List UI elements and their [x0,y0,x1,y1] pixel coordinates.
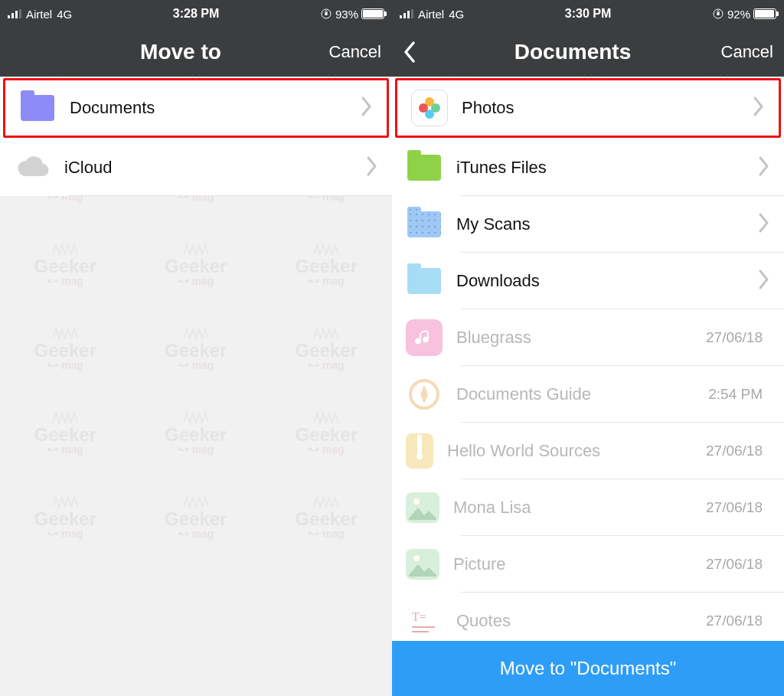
list: PhotosiTunes FilesMy ScansDownloadsBlueg… [392,77,784,696]
list-item[interactable]: My Scans [392,196,784,253]
signal-icon [8,9,21,18]
list-item-label: Photos [462,98,753,118]
folder-purple-icon [19,90,56,126]
list-item[interactable]: Downloads [392,253,784,309]
cancel-button[interactable]: Cancel [712,42,773,62]
list-item-label: Mona Lisa [453,498,706,518]
svg-point-12 [413,555,420,561]
list-item: Hello World Sources27/06/18 [392,423,784,479]
cloud-icon [14,149,51,186]
music-pink-icon [406,319,443,356]
folder-blue-dotted-icon [406,206,443,243]
list-item-label: Documents Guide [456,384,708,404]
orientation-lock-icon [320,8,332,20]
svg-point-11 [413,498,420,505]
back-button[interactable] [403,41,433,64]
chevron-right-icon [366,155,378,180]
status-time: 3:30 PM [464,7,712,21]
list-item[interactable]: Photos [395,78,781,138]
list-item-label: Quotes [456,611,706,631]
nav-title: Move to [41,40,320,64]
network-label: 4G [449,8,464,21]
svg-rect-9 [417,435,422,453]
signal-icon [400,9,413,18]
battery-icon [753,8,776,19]
list-item-label: My Scans [456,214,758,234]
folder-lightblue-icon [406,263,443,299]
list: DocumentsiCloud [0,77,392,696]
list-item-meta: 27/06/18 [706,329,763,346]
chevron-left-icon [403,41,416,64]
status-time: 3:28 PM [72,7,320,21]
battery-icon [361,8,384,19]
list-item-label: Downloads [456,271,758,291]
svg-rect-3 [717,12,719,15]
list-item: Bluegrass27/06/18 [392,309,784,366]
list-item-meta: 2:54 PM [708,386,763,403]
image-icon [406,492,439,523]
phone-right: Geeker•-• magGeeker•-• magGeeker•-• magG… [392,0,784,696]
list-item-meta: 27/06/18 [706,443,763,459]
chevron-right-icon [361,96,373,120]
chevron-right-icon [758,212,770,237]
cancel-button[interactable]: Cancel [320,42,381,62]
phone-left: Geeker•-• magGeeker•-• magGeeker•-• magG… [0,0,392,696]
list-item: Mona Lisa27/06/18 [392,479,784,536]
photos-icon [411,90,448,126]
status-bar: Airtel 4G 3:30 PM 92% [392,0,784,28]
list-item: Picture27/06/18 [392,536,784,593]
list-item-label: Picture [453,554,706,574]
list-item-label: Bluegrass [456,328,706,348]
list-item: Documents Guide2:54 PM [392,366,784,423]
list-item-meta: 27/06/18 [706,613,763,629]
chevron-right-icon [753,96,765,120]
svg-point-10 [416,453,423,459]
list-item-meta: 27/06/18 [706,499,763,516]
carrier-label: Airtel [418,8,444,21]
chevron-right-icon [758,155,770,180]
folder-green-icon [406,149,443,186]
list-item[interactable]: Documents [3,78,389,138]
chevron-right-icon [758,269,770,293]
network-label: 4G [57,8,72,21]
svg-text:T=: T= [412,610,426,623]
move-action-button[interactable]: Move to "Documents" [392,641,784,696]
carrier-label: Airtel [26,8,52,21]
list-item-label: Documents [70,98,361,118]
zip-yellow-icon [406,433,433,469]
list-item-label: iTunes Files [456,158,758,178]
nav-bar: Documents Cancel [392,28,784,77]
battery-percent: 92% [727,8,750,21]
nav-title: Documents [433,40,712,64]
battery-percent: 93% [335,8,358,21]
list-item-label: iCloud [64,158,366,178]
orientation-lock-icon [712,8,724,20]
list-item-meta: 27/06/18 [706,556,763,573]
image-icon [406,549,439,580]
list-item-label: Hello World Sources [447,441,706,461]
svg-point-7 [419,103,428,113]
status-bar: Airtel 4G 3:28 PM 93% [0,0,392,28]
text-icon: T= [406,603,443,639]
nav-bar: Move to Cancel [0,28,392,77]
list-item[interactable]: iTunes Files [392,139,784,196]
list-item[interactable]: iCloud [0,139,392,196]
compass-icon [406,376,443,413]
svg-rect-1 [325,12,327,15]
